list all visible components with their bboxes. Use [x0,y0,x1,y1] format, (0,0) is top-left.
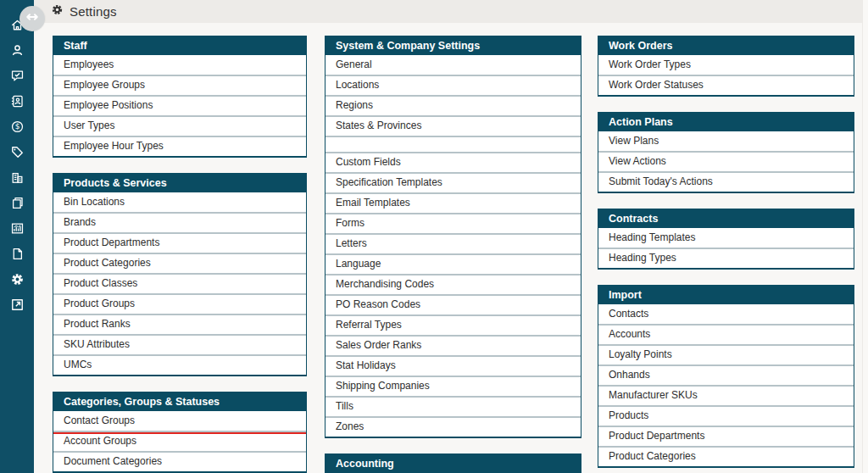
contacts-icon[interactable] [10,43,25,58]
settings-link-onhands[interactable]: Onhands [598,364,854,385]
panel-accounting: Accounting [325,454,581,473]
settings-link-product-ranks[interactable]: Product Ranks [53,314,306,334]
company-icon[interactable] [10,170,25,185]
highlight-box [53,431,306,451]
sidebar-collapse-toggle[interactable] [19,6,45,31]
settings-link-brands[interactable]: Brands [53,212,306,232]
settings-link-sales-order-ranks[interactable]: Sales Order Ranks [326,335,581,355]
settings-link-view-plans[interactable]: View Plans [598,131,854,151]
settings-icon[interactable] [10,272,25,287]
settings-link-contacts[interactable]: Contacts [598,304,854,324]
settings-column-left: StaffEmployeesEmployee GroupsEmployee Po… [53,36,307,473]
page-title: Settings [70,4,117,19]
settings-link-regions[interactable]: Regions [326,95,581,115]
settings-link-referral-types[interactable]: Referral Types [326,314,581,335]
panel-title: Products & Services [53,174,306,192]
panel-contracts: ContractsHeading TemplatesHeading Types [598,209,854,270]
settings-link-general[interactable]: General [326,55,581,75]
files-icon[interactable] [10,247,25,261]
sidebar-nav-rail: $ [0,0,34,473]
settings-link-products[interactable]: Products [598,405,854,426]
settings-link-document-categories[interactable]: Document Categories [53,451,306,471]
settings-link-employee-hour-types[interactable]: Employee Hour Types [53,136,306,156]
settings-link-po-reason-codes[interactable]: PO Reason Codes [326,294,581,314]
panel-title: System & Company Settings [326,36,581,55]
settings-link-letters[interactable]: Letters [326,233,581,253]
settings-link-forms[interactable]: Forms [326,213,581,233]
settings-link-product-departments[interactable]: Product Departments [598,426,854,446]
settings-link-employee-positions[interactable]: Employee Positions [53,95,306,115]
settings-link-merchandising-codes[interactable]: Merchandising Codes [326,274,581,294]
panel-title: Categories, Groups & Statuses [53,392,306,411]
horizontal-arrows-icon [25,10,39,27]
panel-title: Staff [53,36,306,55]
settings-link-email-templates[interactable]: Email Templates [326,192,581,213]
panel-title: Import [598,286,854,304]
documents-icon[interactable] [10,196,25,210]
settings-link-product-classes[interactable]: Product Classes [53,273,306,293]
panel-categories-groups-statuses: Categories, Groups & StatusesContact Gro… [53,392,307,473]
settings-link-account-groups[interactable]: Account Groups [53,431,306,451]
panel-title: Work Orders [598,36,854,55]
settings-link-product-groups[interactable]: Product Groups [53,293,306,314]
settings-link-heading-types[interactable]: Heading Types [598,248,854,268]
settings-link-specification-templates[interactable]: Specification Templates [326,172,581,192]
settings-link-stat-holidays[interactable]: Stat Holidays [326,355,581,376]
panel-action-plans: Action PlansView PlansView ActionsSubmit… [598,112,854,193]
settings-link-locations[interactable]: Locations [326,75,581,95]
svg-text:$: $ [14,122,19,131]
settings-link-tills[interactable]: Tills [326,396,581,416]
settings-link-employees[interactable]: Employees [53,55,306,75]
payments-icon[interactable]: $ [10,120,25,134]
settings-link-custom-fields[interactable]: Custom Fields [326,152,581,172]
settings-link-employee-groups[interactable]: Employee Groups [53,75,306,95]
settings-link-product-categories[interactable]: Product Categories [598,446,854,466]
settings-link-view-actions[interactable]: View Actions [598,151,854,171]
settings-link-contact-groups[interactable]: Contact Groups [53,411,306,431]
settings-column-right: Work OrdersWork Order TypesWork Order St… [598,36,854,473]
settings-link-language[interactable]: Language [326,253,581,274]
settings-column-middle: System & Company SettingsGeneralLocation… [325,36,581,473]
settings-link-shipping-companies[interactable]: Shipping Companies [326,376,581,396]
settings-link-product-categories[interactable]: Product Categories [53,253,306,273]
settings-link-sku-attributes[interactable]: SKU Attributes [53,334,306,354]
panel-title: Accounting [326,454,581,473]
settings-link-product-departments[interactable]: Product Departments [53,232,306,253]
panel-title: Contracts [598,209,854,228]
settings-link-zones[interactable]: Zones [326,416,581,437]
page-header: Settings [34,0,862,23]
settings-link-work-order-statuses[interactable]: Work Order Statuses [598,75,854,95]
panel-system-company-settings: System & Company SettingsGeneralLocation… [325,36,581,438]
panel-import: ImportContactsAccountsLoyalty PointsOnha… [598,285,854,468]
launch-icon[interactable] [10,298,25,312]
settings-link-heading-templates[interactable]: Heading Templates [598,228,854,248]
settings-link-loyalty-points[interactable]: Loyalty Points [598,344,854,364]
tags-icon[interactable] [10,145,25,159]
gear-icon [51,3,64,19]
panel-products-services: Products & ServicesBin LocationsBrandsPr… [53,173,307,376]
settings-link-states-provinces[interactable]: States & Provinces [326,115,581,136]
settings-link-bin-locations[interactable]: Bin Locations [53,192,306,212]
settings-link-manufacturer-skus[interactable]: Manufacturer SKUs [598,385,854,405]
address-book-icon[interactable] [10,94,25,109]
spacer-row [326,136,581,152]
scrollbar-track[interactable] [862,0,868,473]
messages-icon[interactable] [10,69,25,83]
settings-link-user-types[interactable]: User Types [53,115,306,136]
reports-icon[interactable] [10,221,25,236]
panel-work-orders: Work OrdersWork Order TypesWork Order St… [598,36,854,97]
panel-title: Action Plans [598,113,854,131]
settings-link-work-order-types[interactable]: Work Order Types [598,55,854,75]
settings-link-submit-today-s-actions[interactable]: Submit Today's Actions [598,171,854,192]
settings-link-accounts[interactable]: Accounts [598,324,854,344]
settings-link-umcs[interactable]: UMCs [53,354,306,375]
panel-staff: StaffEmployeesEmployee GroupsEmployee Po… [53,36,307,158]
